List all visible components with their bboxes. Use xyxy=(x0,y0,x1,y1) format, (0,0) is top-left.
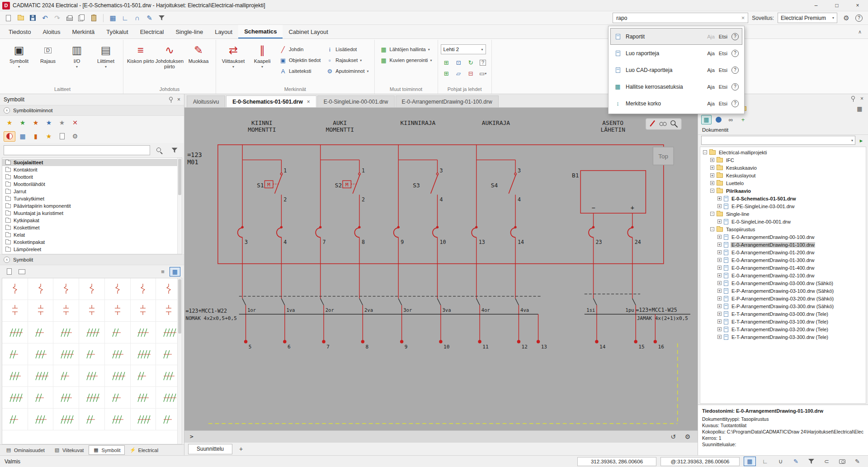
symbols-section-header[interactable]: ∧ Symbolit xyxy=(0,254,184,265)
expander-icon[interactable]: + xyxy=(717,281,722,285)
symbol-thumbnail[interactable] xyxy=(79,322,105,343)
run-button[interactable]: Aja xyxy=(707,51,715,56)
ribbon-button-objektin-tiedot[interactable]: ▣Objektin tiedot xyxy=(279,56,321,64)
close-panel-icon[interactable]: × xyxy=(177,96,180,103)
minimize-button[interactable]: – xyxy=(806,0,826,11)
ribbon-button-muokkaa[interactable]: ✎Muokkaa xyxy=(184,41,213,81)
ribbon-button-rajaukset[interactable]: ▫Rajaukset▾ xyxy=(326,56,368,64)
arc-mode-icon[interactable]: ∩ xyxy=(132,13,143,24)
application-select[interactable]: Electrical Premium ▾ xyxy=(778,13,837,23)
expander-icon[interactable]: - xyxy=(710,212,714,216)
category-item-kontaktorit[interactable]: Kontaktorit xyxy=(2,166,182,173)
annotate-icon[interactable]: ✎ xyxy=(851,457,863,466)
open-folder-icon[interactable] xyxy=(15,13,26,24)
tree-item[interactable]: -Piirikaavio xyxy=(700,187,866,195)
symbol-thumbnail[interactable] xyxy=(105,409,131,430)
panel-view-icon[interactable]: ▦ xyxy=(701,115,712,124)
tree-item[interactable]: +E-0-ArrangementDrawing-01-300.drw xyxy=(700,256,866,264)
sheet-refresh-icon[interactable]: ↻ xyxy=(465,57,476,67)
help-icon[interactable]: ? xyxy=(731,100,739,107)
symbol-table-icon[interactable]: ▦ xyxy=(17,131,28,142)
tab-cabinet-layout[interactable]: Cabinet Layout xyxy=(283,25,334,38)
ribbon-button-symbolit[interactable]: ▣Symbolit▾ xyxy=(5,41,33,81)
category-item-turvakytkimet[interactable]: Turvakytkimet xyxy=(2,195,182,202)
category-item-kytkinpakat[interactable]: Kytkinpakat xyxy=(2,217,182,224)
scrollbar-thumb[interactable] xyxy=(178,159,181,195)
scrollbar-thumb[interactable] xyxy=(178,279,181,334)
symbol-thumbnail[interactable] xyxy=(2,365,28,387)
tab-single-line[interactable]: Single-line xyxy=(170,25,209,38)
find-button[interactable]: Etsi xyxy=(719,84,727,90)
ribbon-button-aputoiminnot[interactable]: ⚙Aputoiminnot▾ xyxy=(326,67,368,75)
tree-item[interactable]: +E-0-ArrangementDrawing-01-100.drw xyxy=(700,241,866,248)
symbol-thumbnail[interactable] xyxy=(53,278,79,300)
run-button[interactable]: Aja xyxy=(707,84,715,90)
favorites-icon[interactable]: ★ xyxy=(4,118,15,128)
list-view-icon[interactable]: ≡ xyxy=(157,267,168,276)
pin-icon[interactable] xyxy=(168,96,174,103)
manage-favorites-icon[interactable]: ★ xyxy=(56,118,68,128)
search-result-hallitse-kerrosasetuksia[interactable]: ▦Hallitse kerrosasetuksiaAjaEtsi? xyxy=(610,78,742,95)
find-documents-icon[interactable]: ∞ xyxy=(726,115,736,124)
document-tab-e-0-singleline-00-001-drw[interactable]: E-0-SingleLine-00-001.drw xyxy=(317,95,395,107)
symbol-thumbnail[interactable] xyxy=(53,365,79,387)
tab-aloitus[interactable]: Aloitus xyxy=(37,25,66,38)
tree-item[interactable]: +IFC xyxy=(700,156,866,164)
symbol-thumbnail[interactable] xyxy=(28,343,54,365)
add-sheet-button[interactable]: + xyxy=(236,444,246,454)
tree-item[interactable]: +E-0-ArrangementDrawing-03-000.drw (Sähk… xyxy=(700,279,866,287)
maximize-button[interactable]: □ xyxy=(826,0,847,11)
symbol-thumbnail[interactable] xyxy=(53,300,79,322)
find-button[interactable]: Etsi xyxy=(719,51,727,56)
symbol-search-input[interactable] xyxy=(4,145,150,155)
grid-mode-icon[interactable]: ▦ xyxy=(107,13,118,24)
symbol-thumbnail[interactable] xyxy=(2,322,28,343)
apply-filter-icon[interactable]: ▸ xyxy=(858,137,865,144)
collapse-section-icon[interactable]: ∧ xyxy=(4,107,10,114)
tree-item[interactable]: +E-PE-SingleLine-03-001.drw xyxy=(700,202,866,210)
tree-item[interactable]: +Keskuslayout xyxy=(700,172,866,179)
tab-työkalut[interactable]: Työkalut xyxy=(100,25,134,38)
ribbon-button-rajaus[interactable]: DRajaus xyxy=(33,41,62,81)
document-tab-e-0-arrangementdrawing-01-100-drw[interactable]: E-0-ArrangementDrawing-01-100.drw xyxy=(396,95,499,107)
symbol-thumbnail[interactable] xyxy=(28,409,54,430)
symbol-thumbnail[interactable] xyxy=(53,322,79,343)
symbol-thumbnail[interactable] xyxy=(79,387,105,409)
tree-item[interactable]: +Keskuskaavio xyxy=(700,164,866,172)
symbol-thumbnail[interactable] xyxy=(79,409,105,430)
category-item-jarrut[interactable]: Jarrut xyxy=(2,188,182,195)
symbol-thumbnail[interactable] xyxy=(131,322,156,343)
command-settings-icon[interactable]: ⚙ xyxy=(683,432,692,441)
tree-item[interactable]: +E-T-ArrangementDrawing-03-200.drw (Tele… xyxy=(700,325,866,333)
symbol-size-small-icon[interactable] xyxy=(4,267,14,276)
symbol-thumbnail[interactable] xyxy=(53,409,79,430)
top-view-button[interactable]: Top xyxy=(653,147,674,165)
ribbon-button-liittimet[interactable]: ▤Liittimet▾ xyxy=(91,41,120,81)
add-document-icon[interactable]: + xyxy=(738,115,748,124)
symbol-thumbnail[interactable] xyxy=(105,300,131,322)
search-input[interactable]: rapo × xyxy=(613,13,748,23)
category-item-kosketinpakat[interactable]: Kosketinpakat xyxy=(2,238,182,246)
find-button[interactable]: Etsi xyxy=(719,34,727,39)
expander-icon[interactable]: + xyxy=(717,289,722,293)
paste-icon[interactable] xyxy=(88,13,99,24)
expander-icon[interactable]: + xyxy=(710,181,714,185)
snapshot-icon[interactable] xyxy=(836,457,848,466)
category-item-moottorilähdöt[interactable]: Moottorilähdöt xyxy=(2,181,182,188)
search-result-luo-raportteja[interactable]: Luo raporttejaAjaEtsi? xyxy=(610,45,742,62)
tree-item[interactable]: +E-T-ArrangementDrawing-03-000.drw (Tele… xyxy=(700,310,866,318)
category-item-päävirtapiirin-komponentit[interactable]: Päävirtapiirin komponentit xyxy=(2,202,182,210)
toolbar-separator[interactable] xyxy=(103,14,104,22)
ribbon-button-lisätiedot[interactable]: iLisätiedot xyxy=(326,45,368,53)
tree-item[interactable]: +E-T-ArrangementDrawing-03-300.drw (Tele… xyxy=(700,333,866,341)
tree-item[interactable]: +E-0-ArrangementDrawing-01-200.drw xyxy=(700,248,866,256)
expander-icon[interactable]: + xyxy=(710,173,714,177)
copy-icon[interactable] xyxy=(76,13,87,24)
help-icon[interactable]: ? xyxy=(731,83,739,91)
tree-item[interactable]: +E-0-Schematics-01-501.drw xyxy=(700,195,866,202)
grid-toggle-icon[interactable]: ▦ xyxy=(744,457,756,466)
clear-search-icon[interactable]: × xyxy=(741,14,745,21)
symbol-thumbnail[interactable] xyxy=(28,365,54,387)
ribbon-button-kiskon-piirto[interactable]: ≡Kiskon piirto xyxy=(126,41,155,81)
sketch-mode-icon[interactable]: ✎ xyxy=(144,13,155,24)
